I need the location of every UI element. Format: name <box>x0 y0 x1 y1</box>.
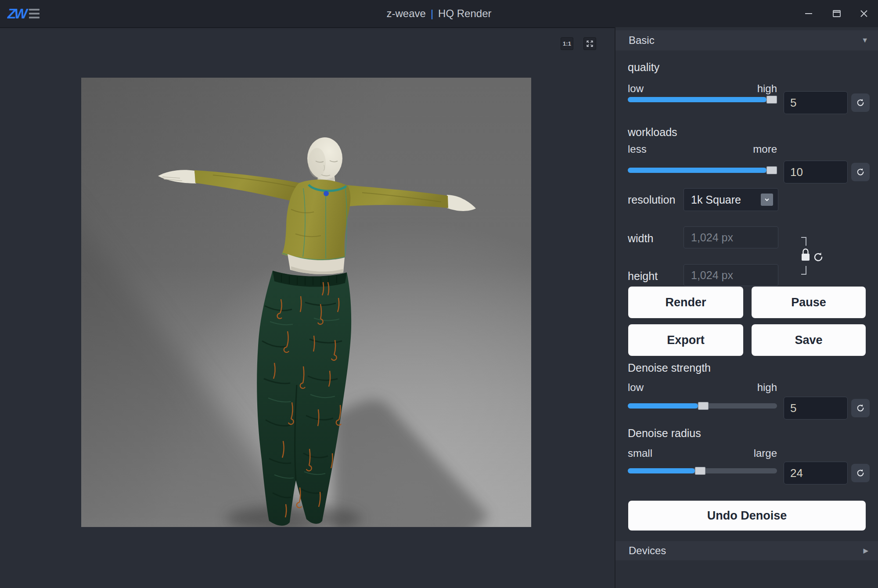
window-title: z-weave | HQ Render <box>0 0 878 27</box>
workloads-max-label: more <box>753 143 777 155</box>
denoise-strength-slider[interactable] <box>628 403 777 409</box>
save-button[interactable]: Save <box>752 324 866 356</box>
expand-arrows-icon <box>586 39 594 48</box>
workloads-slider[interactable] <box>628 168 777 173</box>
maximize-button[interactable] <box>829 6 845 21</box>
quality-reset-button[interactable] <box>851 93 870 112</box>
denoise-radius-label: Denoise radius <box>628 427 701 440</box>
denoise-strength-range-labels: low high <box>628 381 777 394</box>
basic-section-header[interactable]: Basic ▼ <box>615 30 878 50</box>
denoise-strength-max-label: high <box>757 381 777 394</box>
quality-value-input[interactable] <box>784 91 848 114</box>
height-label: height <box>628 269 658 283</box>
reset-icon <box>856 468 865 478</box>
workloads-value-input[interactable] <box>784 161 848 183</box>
actual-size-icon: 1:1 <box>563 40 571 47</box>
render-button[interactable]: Render <box>628 287 743 318</box>
denoise-strength-value-input[interactable] <box>784 397 848 419</box>
fit-view-button[interactable] <box>583 37 596 50</box>
chevron-right-icon: ▶ <box>863 547 868 555</box>
height-input[interactable] <box>684 264 778 286</box>
resolution-dropdown[interactable]: 1k Square <box>684 188 778 211</box>
resolution-selected-value: 1k Square <box>691 194 741 206</box>
denoise-strength-min-label: low <box>628 381 644 394</box>
minimize-icon <box>804 9 813 18</box>
denoise-radius-reset-button[interactable] <box>851 464 870 482</box>
undo-denoise-button[interactable]: Undo Denoise <box>628 501 866 531</box>
resolution-label: resolution <box>628 193 675 206</box>
close-button[interactable] <box>856 6 872 21</box>
workloads-min-label: less <box>628 143 647 155</box>
denoise-radius-slider[interactable] <box>628 468 777 473</box>
render-preview-image <box>81 78 531 527</box>
workloads-reset-button[interactable] <box>851 163 870 181</box>
close-icon <box>859 9 869 18</box>
denoise-strength-reset-button[interactable] <box>851 399 870 417</box>
dropdown-chevron-button[interactable] <box>761 194 773 206</box>
titlebar: ZW z-weave | HQ Render <box>0 0 878 28</box>
devices-section-title: Devices <box>629 545 666 557</box>
chevron-down-icon <box>763 196 770 203</box>
denoise-strength-slider-handle[interactable] <box>698 402 709 410</box>
window-title-app: z-weave <box>387 7 426 20</box>
devices-section-header[interactable]: Devices ▶ <box>615 541 878 560</box>
width-input[interactable] <box>684 226 778 248</box>
window-title-mode: HQ Render <box>438 7 491 20</box>
actual-size-button[interactable]: 1:1 <box>561 37 573 50</box>
basic-section-title: Basic <box>629 34 655 47</box>
minimize-button[interactable] <box>801 6 817 21</box>
quality-min-label: low <box>628 82 644 95</box>
reset-icon <box>856 98 865 108</box>
app-window: ZW z-weave | HQ Render 1:1 <box>0 0 878 588</box>
quality-range-labels: low high <box>628 82 777 95</box>
denoise-strength-label: Denoise strength <box>628 361 711 374</box>
maximize-icon <box>831 8 842 19</box>
width-label: width <box>628 232 653 245</box>
aspect-link-group <box>798 233 828 279</box>
quality-max-label: high <box>757 82 777 95</box>
denoise-radius-range-labels: small large <box>628 447 777 459</box>
settings-panel: Basic ▼ quality low high workloads less … <box>615 27 878 588</box>
quality-slider[interactable] <box>628 97 777 102</box>
quality-slider-handle[interactable] <box>766 96 777 104</box>
workloads-slider-handle[interactable] <box>766 166 777 174</box>
denoise-radius-slider-handle[interactable] <box>695 467 705 475</box>
reset-icon <box>856 167 865 177</box>
reset-icon <box>856 403 865 413</box>
denoise-radius-value-input[interactable] <box>784 462 848 484</box>
reset-resolution-icon[interactable] <box>815 253 822 261</box>
export-button[interactable]: Export <box>628 324 743 356</box>
workloads-label: workloads <box>628 125 677 139</box>
chevron-down-icon: ▼ <box>861 36 868 44</box>
pause-button[interactable]: Pause <box>752 287 866 318</box>
window-title-separator: | <box>431 7 433 20</box>
denoise-radius-max-label: large <box>754 447 777 459</box>
workloads-range-labels: less more <box>628 143 777 155</box>
quality-label: quality <box>628 61 659 74</box>
lock-icon[interactable] <box>802 249 810 261</box>
denoise-radius-min-label: small <box>628 447 652 459</box>
